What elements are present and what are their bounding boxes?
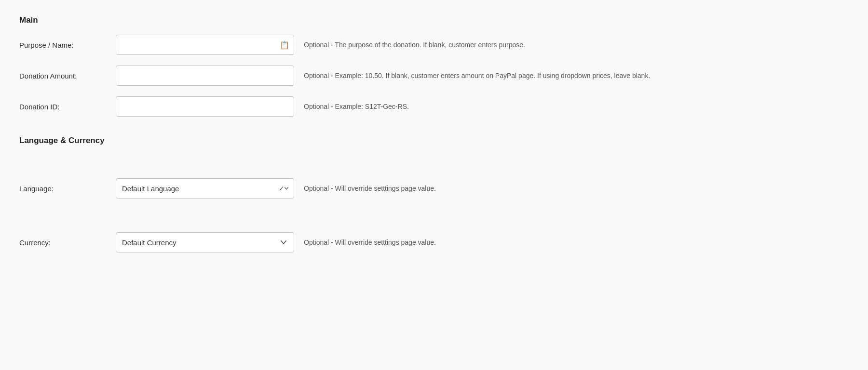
purpose-name-input-wrap: 📋 <box>116 35 294 55</box>
donation-id-control <box>116 96 294 117</box>
purpose-name-hint: Optional - The purpose of the donation. … <box>304 40 849 50</box>
purpose-name-row: Purpose / Name: 📋 Optional - The purpose… <box>19 35 849 55</box>
donation-amount-input[interactable] <box>116 66 294 86</box>
currency-row: Currency: Default Currency USD EUR GBP C… <box>19 232 849 252</box>
language-hint: Optional - Will override setttings page … <box>304 184 849 194</box>
currency-control: Default Currency USD EUR GBP CAD <box>116 232 294 252</box>
donation-id-hint: Optional - Example: S12T-Gec-RS. <box>304 102 849 112</box>
language-control: Default Language English French German S… <box>116 178 294 198</box>
language-label: Language: <box>19 185 116 193</box>
currency-select-wrap: Default Currency USD EUR GBP CAD <box>116 232 294 252</box>
main-section-title: Main <box>19 15 849 25</box>
donation-id-input[interactable] <box>116 96 294 117</box>
main-section: Main Purpose / Name: 📋 Optional - The pu… <box>19 15 849 117</box>
currency-label: Currency: <box>19 238 116 247</box>
currency-select[interactable]: Default Currency USD EUR GBP CAD <box>116 232 294 252</box>
donation-amount-row: Donation Amount: Optional - Example: 10.… <box>19 66 849 86</box>
donation-id-row: Donation ID: Optional - Example: S12T-Ge… <box>19 96 849 117</box>
purpose-name-control: 📋 <box>116 35 294 55</box>
purpose-name-input[interactable] <box>116 35 294 55</box>
language-currency-section: Language & Currency Language: Default La… <box>19 136 849 252</box>
donation-amount-label: Donation Amount: <box>19 72 116 80</box>
donation-amount-control <box>116 66 294 86</box>
currency-hint: Optional - Will override setttings page … <box>304 238 849 248</box>
language-select-wrap: Default Language English French German S… <box>116 178 294 198</box>
language-row: Language: Default Language English Frenc… <box>19 178 849 198</box>
donation-id-label: Donation ID: <box>19 103 116 111</box>
donation-amount-hint: Optional - Example: 10.50. If blank, cus… <box>304 71 849 81</box>
language-currency-title: Language & Currency <box>19 136 849 145</box>
purpose-name-label: Purpose / Name: <box>19 41 116 49</box>
language-select[interactable]: Default Language English French German S… <box>116 178 294 198</box>
